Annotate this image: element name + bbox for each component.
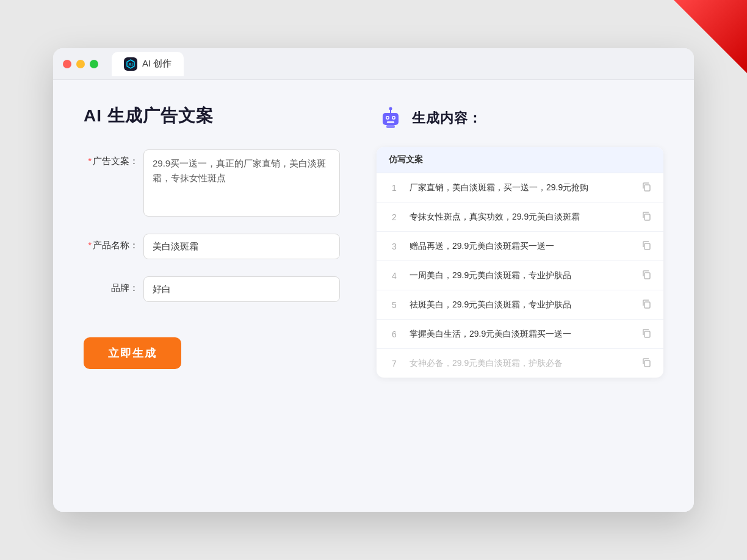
svg-rect-16 [644, 331, 650, 337]
copy-icon[interactable] [641, 328, 651, 340]
table-row: 3赠品再送，29.9元美白淡斑霜买一送一 [377, 232, 663, 261]
row-text: 厂家直销，美白淡斑霜，买一送一，29.9元抢购 [410, 181, 632, 194]
table-row: 7女神必备，29.9元美白淡斑霜，护肤必备 [377, 349, 663, 378]
row-text: 一周美白，29.9元美白淡斑霜，专业护肤品 [410, 269, 632, 282]
row-number: 1 [389, 183, 400, 193]
svg-rect-12 [644, 214, 650, 220]
copy-icon[interactable] [641, 211, 651, 223]
svg-rect-17 [644, 361, 650, 367]
row-number: 7 [389, 359, 400, 368]
table-row: 1厂家直销，美白淡斑霜，买一送一，29.9元抢购 [377, 173, 663, 203]
table-row: 6掌握美白生活，29.9元美白淡斑霜买一送一 [377, 320, 663, 349]
result-table: 仿写文案 1厂家直销，美白淡斑霜，买一送一，29.9元抢购 2专抹女性斑点，真实… [377, 147, 663, 378]
table-row: 2专抹女性斑点，真实功效，29.9元美白淡斑霜 [377, 203, 663, 232]
brand-group: 品牌： [84, 276, 340, 302]
result-title: 生成内容： [412, 109, 482, 127]
svg-rect-11 [644, 185, 650, 191]
table-row: 4一周美白，29.9元美白淡斑霜，专业护肤品 [377, 261, 663, 290]
tab-title: AI 创作 [142, 58, 171, 70]
ai-tab[interactable]: AI AI 创作 [112, 52, 184, 76]
row-number: 4 [389, 271, 400, 281]
svg-rect-2 [383, 113, 399, 125]
copy-icon[interactable] [641, 299, 651, 311]
copy-icon[interactable] [641, 270, 651, 281]
left-panel: AI 生成广告文案 *广告文案： *产品名称： 品牌： 立即生成 [84, 104, 340, 487]
copy-icon[interactable] [641, 357, 651, 369]
required-star-1: * [88, 156, 92, 166]
table-rows-container: 1厂家直销，美白淡斑霜，买一送一，29.9元抢购 2专抹女性斑点，真实功效，29… [377, 173, 663, 378]
maximize-button[interactable] [90, 60, 98, 68]
close-button[interactable] [63, 60, 71, 68]
title-bar: AI AI 创作 [53, 48, 694, 80]
row-text: 女神必备，29.9元美白淡斑霜，护肤必备 [410, 357, 632, 370]
row-text: 祛斑美白，29.9元美白淡斑霜，专业护肤品 [410, 298, 632, 311]
traffic-lights [63, 60, 98, 68]
row-text: 赠品再送，29.9元美白淡斑霜买一送一 [410, 240, 632, 253]
required-star-2: * [88, 240, 92, 250]
svg-rect-7 [387, 121, 394, 123]
row-number: 5 [389, 300, 400, 310]
minimize-button[interactable] [76, 60, 85, 68]
brand-input[interactable] [143, 276, 340, 302]
product-name-group: *产品名称： [84, 234, 340, 259]
svg-rect-14 [644, 273, 650, 279]
svg-text:AI: AI [129, 62, 133, 66]
page-title: AI 生成广告文案 [84, 104, 340, 127]
copy-icon[interactable] [641, 182, 651, 193]
row-number: 3 [389, 242, 400, 251]
result-header: 生成内容： [377, 104, 663, 132]
copy-icon[interactable] [641, 240, 651, 252]
table-row: 5祛斑美白，29.9元美白淡斑霜，专业护肤品 [377, 290, 663, 320]
ai-tab-icon: AI [124, 57, 137, 71]
svg-rect-15 [644, 302, 650, 308]
svg-rect-13 [644, 243, 650, 249]
generate-button[interactable]: 立即生成 [84, 337, 181, 369]
product-name-label: *产品名称： [84, 234, 139, 251]
main-content: AI 生成广告文案 *广告文案： *产品名称： 品牌： 立即生成 [53, 80, 694, 512]
row-text: 专抹女性斑点，真实功效，29.9元美白淡斑霜 [410, 210, 632, 223]
row-text: 掌握美白生活，29.9元美白淡斑霜买一送一 [410, 328, 632, 340]
row-number: 2 [389, 212, 400, 222]
ad-copy-label: *广告文案： [84, 149, 139, 167]
ad-copy-group: *广告文案： [84, 149, 340, 217]
row-number: 6 [389, 329, 400, 339]
product-name-input[interactable] [143, 234, 340, 259]
right-panel: 生成内容： 仿写文案 1厂家直销，美白淡斑霜，买一送一，29.9元抢购 2专抹女… [377, 104, 663, 487]
brand-label: 品牌： [84, 276, 139, 294]
ad-copy-input[interactable] [143, 149, 340, 217]
robot-icon [377, 104, 405, 132]
svg-point-6 [393, 117, 395, 119]
svg-rect-10 [386, 125, 395, 128]
table-header: 仿写文案 [377, 147, 663, 173]
browser-window: AI AI 创作 AI 生成广告文案 *广告文案： *产品名称： [53, 48, 694, 512]
svg-point-5 [387, 117, 389, 119]
svg-point-9 [389, 107, 392, 110]
